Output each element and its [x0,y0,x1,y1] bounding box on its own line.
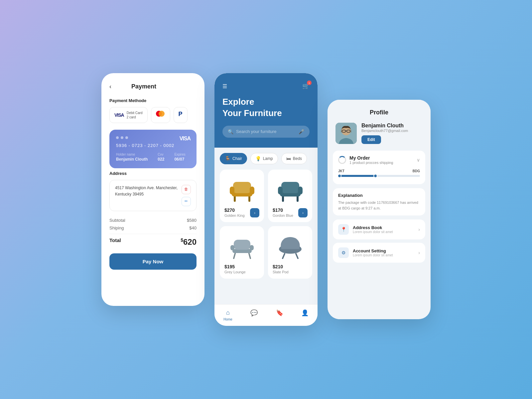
svg-rect-15 [234,240,250,250]
avatar-svg [335,123,357,144]
explanation-text: The package with code 11769103667 has ar… [338,200,420,211]
account-setting-label: Account Setting [353,248,414,253]
profile-details: Benjamin Clouth Benjamclouth77@gmail.com… [361,123,423,144]
order-chevron[interactable]: ∨ [417,157,420,163]
address-box: 4517 Washington Ave. Manchester, Kentuck… [109,180,197,211]
explore-body: 🪑 Chair 💡 Lamp 🛏 Beds [214,148,318,304]
product-slate-pod: $210 Slate Pod [268,226,312,279]
address-actions: 🗑 ✏ [182,185,191,206]
svg-line-19 [296,254,298,258]
pricing-section: Subtotal $580 Shiping $40 Total $620 [109,218,197,247]
address-label: Address [109,171,197,176]
svg-rect-5 [250,187,254,195]
account-setting-sub: Lorem ipsum dolor sit amet [353,253,414,257]
menu-icon[interactable]: ☰ [222,83,227,89]
svg-rect-11 [298,187,303,195]
track-progress [338,175,375,177]
total-label: Total [109,237,121,247]
visa-label: Debit Card2 card [127,111,143,119]
svg-rect-9 [281,182,299,193]
saved-icon: 🔖 [276,309,283,317]
visa-logo: VISA [114,112,124,118]
nav-profile[interactable]: 👤 [301,309,309,321]
subtotal-row: Subtotal $580 [109,218,197,223]
product-gordon-blue: $170 Gordon Blue › [268,170,312,222]
address-book-label: Address Book [353,225,414,230]
svg-line-18 [283,254,285,258]
delete-address-button[interactable]: 🗑 [182,185,191,194]
bottom-nav: ⌂ Home 💬 🔖 👤 [214,304,318,326]
product-arrow-2[interactable]: › [298,208,308,217]
account-setting-chevron: › [418,250,420,255]
payment-methods-label: Payment Methode [109,98,197,103]
track-bar [338,175,420,177]
pay-now-button[interactable]: Pay Now [109,253,197,270]
back-button[interactable]: ‹ [109,83,111,90]
cart-button[interactable]: 🛒 1 [302,82,310,90]
explanation-section: Explanation The package with code 117691… [333,188,425,215]
address-book-text: Address Book Lorem ipsum dolor sit amet [353,225,414,234]
product-golden-king: $270 Golden King › [220,170,264,222]
profile-title: Profile [335,109,423,116]
search-icon: 🔍 [228,129,233,134]
account-setting-menu-item[interactable]: ⚙ Account Setting Lorem ipsum dolor sit … [333,243,425,263]
svg-rect-4 [230,187,234,195]
explore-header: ☰ 🛒 1 Explore Your Furniture 🔍 🎤 [214,73,318,148]
product-img-1 [224,174,259,204]
nav-chat[interactable]: 💬 [250,309,258,321]
profile-icon: 👤 [301,309,309,317]
product-arrow-1[interactable]: › [250,208,259,217]
payment-screen: ‹ Payment Payment Methode VISA Debit Car… [101,73,204,306]
explore-screen: ☰ 🛒 1 Explore Your Furniture 🔍 🎤 🪑 Chair… [214,73,318,326]
payment-methods-list: VISA Debit Card2 card P [109,107,197,123]
product-price-4: $210 [273,264,308,269]
order-label: My Order [349,155,393,161]
address-text: 4517 Washington Ave. Manchester, Kentuck… [115,185,182,198]
cart-badge: 1 [307,80,312,85]
total-value: $620 [181,237,197,247]
edit-address-button[interactable]: ✏ [182,197,191,206]
paypal-method[interactable]: P [174,107,188,123]
visa-method[interactable]: VISA Debit Card2 card [109,107,148,123]
nav-saved[interactable]: 🔖 [276,309,283,321]
order-header: My Order 1 product procces shipping ∨ [338,155,420,165]
profile-email: Benjamclouth77@gmail.com [361,129,423,133]
profile-body: My Order 1 product procces shipping ∨ JK… [328,151,431,273]
category-beds[interactable]: 🛏 Beds [281,153,307,164]
track-dot-start [337,174,341,178]
order-text: My Order 1 product procces shipping [349,155,393,165]
payment-title: Payment [131,83,156,90]
payment-header: ‹ Payment [109,83,197,90]
credit-card: VISA 5936 - 0723 - 2207 - 0002 Holder na… [109,130,197,168]
explore-top-bar: ☰ 🛒 1 [222,82,310,90]
search-bar[interactable]: 🔍 🎤 [222,126,310,138]
card-number: 5936 - 0723 - 2207 - 0002 [116,143,190,148]
grey-lounge-chair-illustration [227,232,257,259]
category-lamp[interactable]: 💡 Lamp [250,153,278,164]
svg-line-12 [234,252,235,258]
svg-rect-3 [233,182,251,193]
track-labels: JKT BDG [338,169,420,173]
track-end-label: BDG [413,169,420,173]
card-brand: VISA [180,136,191,142]
card-cvv: Cvv 022 [158,153,164,162]
mastercard-method[interactable] [151,107,170,123]
nav-home[interactable]: ⌂ Home [223,309,232,321]
card-details: Holder name Benjamin Clouth Cvv 022 Expi… [116,153,190,162]
search-input[interactable] [236,129,296,134]
svg-rect-10 [278,187,283,195]
category-chair[interactable]: 🪑 Chair [220,153,247,164]
mic-icon[interactable]: 🎤 [299,129,304,134]
edit-profile-button[interactable]: Edit [361,135,381,144]
profile-avatar [335,123,357,144]
total-row: Total $620 [109,234,197,247]
product-name-4: Slate Pod [273,270,308,274]
shipping-row: Shiping $40 [109,225,197,230]
chat-icon: 💬 [250,309,258,317]
shipping-label: Shiping [109,225,124,230]
svg-rect-17 [250,245,254,250]
track-dot-end [373,174,377,178]
address-book-menu-item[interactable]: 📍 Address Book Lorem ipsum dolor sit ame… [333,219,425,239]
subtotal-value: $580 [187,218,197,223]
avatar-image [335,123,357,144]
